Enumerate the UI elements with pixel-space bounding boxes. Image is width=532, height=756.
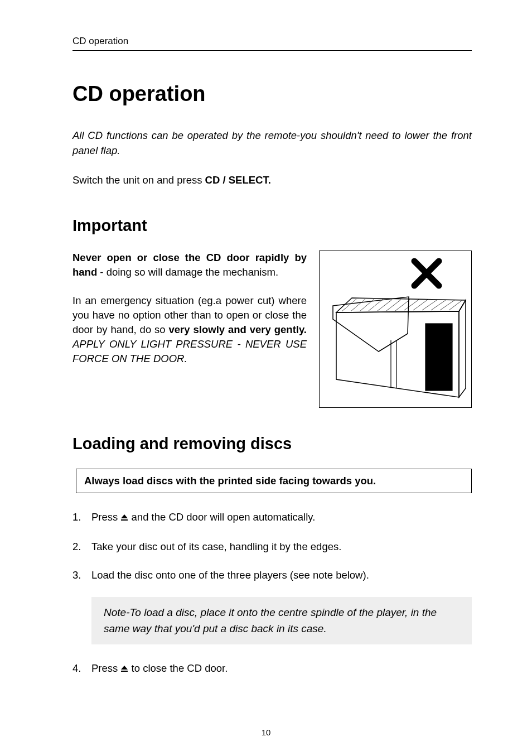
running-header: CD operation xyxy=(72,36,472,47)
svg-line-7 xyxy=(386,300,401,311)
important-text-column: Never open or close the CD door rapidly … xyxy=(72,251,307,408)
svg-rect-30 xyxy=(121,671,128,672)
step-2-number: 2. xyxy=(72,540,81,554)
step-1-post: and the CD door will open automatically. xyxy=(128,511,315,523)
step-3-number: 3. xyxy=(72,568,81,582)
step-3: 3. Load the disc onto one of the three p… xyxy=(72,568,472,582)
step-1: 1. Press and the CD door will open autom… xyxy=(72,510,472,525)
cd-door-illustration xyxy=(319,251,472,408)
svg-rect-17 xyxy=(425,324,452,391)
loading-note: Note-To load a disc, place it onto the c… xyxy=(91,597,472,644)
step-4-post: to close the CD door. xyxy=(128,662,228,674)
step-3-text: Load the disc onto one of the three play… xyxy=(91,569,369,581)
svg-line-11 xyxy=(422,300,437,310)
svg-line-12 xyxy=(431,300,446,310)
loading-steps: 1. Press and the CD door will open autom… xyxy=(72,510,472,583)
important-paragraph-1: Never open or close the CD door rapidly … xyxy=(72,251,307,280)
svg-rect-28 xyxy=(121,519,128,521)
svg-line-13 xyxy=(440,300,454,310)
important-paragraph-2: In an emergency situation (eg.a power cu… xyxy=(72,293,307,365)
section-heading-important: Important xyxy=(72,216,472,235)
step-4-pre: Press xyxy=(91,662,120,674)
switch-pre: Switch the unit on and press xyxy=(72,174,205,186)
important-p1-rest: - doing so will damage the mechanism. xyxy=(97,266,278,278)
svg-line-9 xyxy=(404,300,419,310)
switch-bold: CD / SELECT. xyxy=(205,174,271,186)
svg-line-4 xyxy=(360,299,374,311)
cd-door-svg xyxy=(320,251,471,407)
manual-page: CD operation CD operation All CD functio… xyxy=(0,0,532,756)
loading-steps-continued: 4. Press to close the CD door. xyxy=(72,661,472,676)
switch-on-instruction: Switch the unit on and press CD / SELECT… xyxy=(72,174,472,186)
section-heading-loading: Loading and removing discs xyxy=(72,435,472,453)
page-number: 10 xyxy=(0,728,532,737)
header-rule xyxy=(72,50,472,51)
step-4-number: 4. xyxy=(72,661,81,676)
svg-marker-29 xyxy=(121,666,128,670)
eject-icon xyxy=(120,511,128,525)
step-1-pre: Press xyxy=(91,511,120,523)
step-4: 4. Press to close the CD door. xyxy=(72,661,472,676)
important-section: Never open or close the CD door rapidly … xyxy=(72,251,472,408)
step-2: 2. Take your disc out of its case, handl… xyxy=(72,540,472,554)
front-panel-lines xyxy=(391,324,452,391)
step-1-number: 1. xyxy=(72,510,81,524)
svg-marker-27 xyxy=(121,514,128,518)
page-title: CD operation xyxy=(72,82,472,106)
x-mark-icon xyxy=(414,261,439,286)
important-p2-ital: APPLY ONLY LIGHT PRESSURE - NEVER USE FO… xyxy=(72,338,307,364)
important-p2-bold: very slowly and very gently. xyxy=(169,324,307,335)
top-hatching xyxy=(342,299,462,311)
eject-icon xyxy=(120,662,128,676)
step-2-text: Take your disc out of its case, handling… xyxy=(91,541,341,552)
intro-paragraph: All CD functions can be operated by the … xyxy=(72,128,472,158)
svg-line-3 xyxy=(351,299,365,311)
svg-line-10 xyxy=(413,300,428,310)
svg-line-6 xyxy=(378,300,392,311)
svg-line-8 xyxy=(395,300,410,311)
load-discs-notice: Always load discs with the printed side … xyxy=(76,469,472,493)
